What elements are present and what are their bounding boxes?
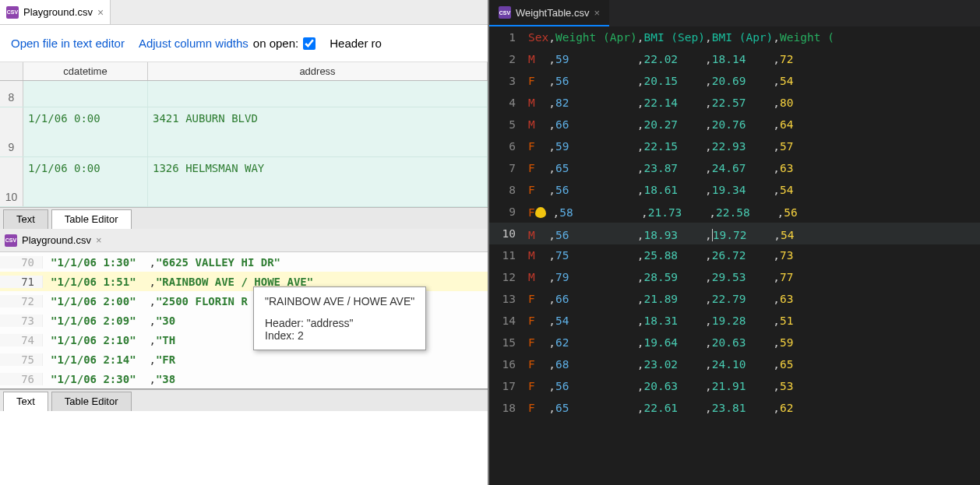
text-line[interactable]: 75"1/1/06 2:14" ,"FR xyxy=(0,350,488,369)
header-row-label: Header ro xyxy=(330,37,382,50)
column-header-address[interactable]: address xyxy=(148,62,488,80)
tab-text[interactable]: Text xyxy=(3,392,48,411)
line-content[interactable]: M ,75 ,25.88 ,26.72 ,73 xyxy=(528,249,794,262)
hover-tooltip: "RAINBOW AVE / HOWE AVE"Header: "address… xyxy=(253,286,426,350)
code-line[interactable]: 2M ,59 ,22.02 ,18.14 ,72 xyxy=(489,48,980,70)
code-line[interactable]: 13F ,66 ,21.89 ,22.79 ,63 xyxy=(489,288,980,310)
line-number: 9 xyxy=(489,206,528,218)
line-content[interactable]: F ,65 ,23.87 ,24.67 ,63 xyxy=(528,162,794,174)
line-content[interactable]: "1/1/06 1:30" ,"6625 VALLEY HI DR" xyxy=(43,256,280,269)
line-content[interactable]: M ,56 ,18.93 ,19.72 ,54 xyxy=(528,227,795,241)
code-line[interactable]: 9F ,58 ,21.73 ,22.58 ,56 xyxy=(489,201,980,223)
row-gutter-header xyxy=(0,62,23,80)
line-number: 13 xyxy=(489,293,528,305)
line-content[interactable]: F ,59 ,22.15 ,22.93 ,57 xyxy=(528,140,794,153)
csv-file-icon: CSV xyxy=(499,6,511,19)
line-content[interactable]: "1/1/06 2:30" ,"38 xyxy=(43,373,175,385)
code-line[interactable]: 15F ,62 ,19.64 ,20.63 ,59 xyxy=(489,332,980,353)
code-line[interactable]: 7F ,65 ,23.87 ,24.67 ,63 xyxy=(489,157,980,179)
tab-label: Playground.csv xyxy=(23,6,93,18)
tooltip-index: Index: 2 xyxy=(265,329,414,342)
table-row[interactable]: 8 xyxy=(0,81,488,107)
dark-editor-tabs: CSV WeightTable.csv × xyxy=(489,0,980,26)
code-line[interactable]: 10M ,56 ,18.93 ,19.72 ,54 xyxy=(489,223,980,244)
line-content[interactable]: F ,54 ,18.31 ,19.28 ,51 xyxy=(528,315,794,327)
code-line[interactable]: 12M ,79 ,28.59 ,29.53 ,77 xyxy=(489,266,980,288)
close-icon[interactable]: × xyxy=(594,7,600,19)
line-content[interactable]: F ,56 ,18.61 ,19.34 ,54 xyxy=(528,184,794,196)
line-content[interactable]: "1/1/06 2:14" ,"FR xyxy=(43,353,175,366)
code-line[interactable]: 8F ,56 ,18.61 ,19.34 ,54 xyxy=(489,179,980,201)
close-icon[interactable]: × xyxy=(96,234,102,246)
upper-view-tabs: Text Table Editor xyxy=(0,207,488,229)
code-line[interactable]: 6F ,59 ,22.15 ,22.93 ,57 xyxy=(489,135,980,157)
left-pane: CSV Playground.csv × Open file in text e… xyxy=(0,0,489,485)
line-number: 71 xyxy=(0,276,43,288)
code-line[interactable]: 3F ,56 ,20.15 ,20.69 ,54 xyxy=(489,70,980,92)
line-content[interactable]: F ,68 ,23.02 ,24.10 ,65 xyxy=(528,358,794,371)
line-number: 5 xyxy=(489,118,528,131)
tab-text[interactable]: Text xyxy=(3,209,48,229)
line-number: 17 xyxy=(489,380,528,392)
line-content[interactable]: F ,56 ,20.15 ,20.69 ,54 xyxy=(528,75,794,87)
upper-editor-tabs: CSV Playground.csv × xyxy=(0,0,488,25)
tab-table-editor[interactable]: Table Editor xyxy=(51,392,132,411)
code-line[interactable]: 18F ,65 ,22.61 ,23.81 ,62 xyxy=(489,397,980,419)
line-content[interactable]: F ,56 ,20.63 ,21.91 ,53 xyxy=(528,380,794,392)
cell-date[interactable]: 1/1/06 0:00 xyxy=(23,107,148,156)
cell-date[interactable] xyxy=(23,81,148,107)
table-row[interactable]: 10 1/1/06 0:00 1326 HELMSMAN WAY xyxy=(0,157,488,207)
cell-address[interactable]: 3421 AUBURN BLVD xyxy=(148,107,488,156)
line-number: 2 xyxy=(489,53,528,65)
column-header-cdatetime[interactable]: cdatetime xyxy=(23,62,148,80)
line-content[interactable]: F ,65 ,22.61 ,23.81 ,62 xyxy=(528,402,794,414)
csv-file-icon: CSV xyxy=(6,6,19,19)
lower-view-tabs: Text Table Editor xyxy=(0,389,488,411)
code-line[interactable]: 4M ,82 ,22.14 ,22.57 ,80 xyxy=(489,92,980,114)
table-body: 8 9 1/1/06 0:00 3421 AUBURN BLVD 10 1/1/… xyxy=(0,81,488,207)
cell-address[interactable] xyxy=(148,81,488,107)
line-number: 74 xyxy=(0,334,43,346)
line-content[interactable]: F ,58 ,21.73 ,22.58 ,56 xyxy=(528,206,798,219)
line-content[interactable]: F ,66 ,21.89 ,22.79 ,63 xyxy=(528,293,794,305)
code-line[interactable]: 11M ,75 ,25.88 ,26.72 ,73 xyxy=(489,244,980,266)
line-content[interactable]: M ,79 ,28.59 ,29.53 ,77 xyxy=(528,271,794,283)
line-content[interactable]: M ,66 ,20.27 ,20.76 ,64 xyxy=(528,118,794,131)
line-content[interactable]: "1/1/06 2:00" ,"2500 FLORIN R xyxy=(43,295,248,308)
code-line[interactable]: 16F ,68 ,23.02 ,24.10 ,65 xyxy=(489,353,980,375)
code-line[interactable]: 5M ,66 ,20.27 ,20.76 ,64 xyxy=(489,114,980,135)
line-number: 18 xyxy=(489,402,528,414)
tab-playground-csv[interactable]: CSV Playground.csv × xyxy=(0,0,111,24)
line-content[interactable]: F ,62 ,19.64 ,20.63 ,59 xyxy=(528,336,794,349)
tab-weighttable-csv[interactable]: CSV WeightTable.csv × xyxy=(489,0,609,26)
code-line[interactable]: 14F ,54 ,18.31 ,19.28 ,51 xyxy=(489,310,980,332)
row-number: 9 xyxy=(0,107,23,156)
line-number: 1 xyxy=(489,31,528,44)
text-view[interactable]: 70"1/1/06 1:30" ,"6625 VALLEY HI DR"71"1… xyxy=(0,252,488,388)
tooltip-header: Header: "address" xyxy=(265,317,414,329)
close-icon[interactable]: × xyxy=(97,6,104,19)
line-content[interactable]: M ,59 ,22.02 ,18.14 ,72 xyxy=(528,53,794,65)
line-content[interactable]: Sex,Weight (Apr),BMI (Sep),BMI (Apr),Wei… xyxy=(528,31,834,44)
on-open-checkbox[interactable] xyxy=(303,37,316,50)
text-line[interactable]: 76"1/1/06 2:30" ,"38 xyxy=(0,369,488,388)
cell-address[interactable]: 1326 HELMSMAN WAY xyxy=(148,157,488,206)
adjust-widths-link[interactable]: Adjust column widths xyxy=(139,37,249,50)
open-text-editor-link[interactable]: Open file in text editor xyxy=(11,37,125,50)
line-content[interactable]: M ,82 ,22.14 ,22.57 ,80 xyxy=(528,97,794,109)
table-header-row: cdatetime address xyxy=(0,62,488,81)
line-number: 70 xyxy=(0,256,43,269)
cell-date[interactable]: 1/1/06 0:00 xyxy=(23,157,148,206)
lightbulb-icon[interactable] xyxy=(535,207,546,218)
dark-code-body[interactable]: 1Sex,Weight (Apr),BMI (Sep),BMI (Apr),We… xyxy=(489,26,980,485)
tab-table-editor[interactable]: Table Editor xyxy=(51,209,132,229)
table-row[interactable]: 9 1/1/06 0:00 3421 AUBURN BLVD xyxy=(0,107,488,157)
text-line[interactable]: 70"1/1/06 1:30" ,"6625 VALLEY HI DR" xyxy=(0,252,488,272)
code-line[interactable]: 17F ,56 ,20.63 ,21.91 ,53 xyxy=(489,375,980,397)
code-line[interactable]: 1Sex,Weight (Apr),BMI (Sep),BMI (Apr),We… xyxy=(489,26,980,48)
csv-editor-toolbar: Open file in text editor Adjust column w… xyxy=(0,25,488,62)
line-content[interactable]: "1/1/06 2:09" ,"30 xyxy=(43,315,175,327)
line-content[interactable]: "1/1/06 2:10" ,"TH xyxy=(43,334,175,346)
right-pane: CSV WeightTable.csv × 1Sex,Weight (Apr),… xyxy=(489,0,980,485)
line-number: 73 xyxy=(0,315,43,327)
